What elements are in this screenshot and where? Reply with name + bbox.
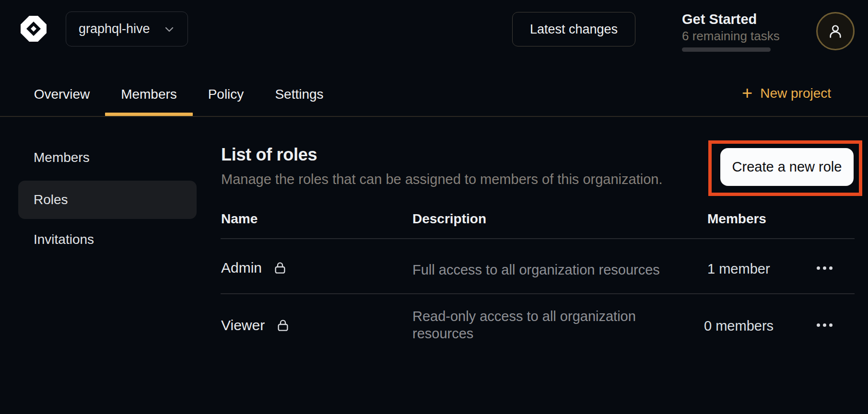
role-members-admin: 1 member	[707, 261, 770, 277]
ellipsis-menu-icon[interactable]	[817, 262, 836, 274]
lock-icon	[275, 318, 291, 333]
tab-settings[interactable]: Settings	[259, 77, 340, 116]
create-new-role-button[interactable]: Create a new role	[720, 148, 854, 186]
role-members-viewer: 0 members	[704, 318, 774, 334]
tab-members[interactable]: Members	[105, 77, 193, 116]
org-selector-button[interactable]: graphql-hive	[66, 12, 188, 46]
new-project-label: New project	[760, 86, 831, 101]
column-header-members: Members	[707, 211, 766, 227]
chevron-down-icon	[164, 23, 175, 35]
get-started-progress-bar	[682, 47, 771, 52]
tab-policy-label: Policy	[208, 87, 244, 102]
sidebar-invitations-label: Invitations	[34, 232, 94, 247]
new-project-button[interactable]: + New project	[742, 83, 831, 104]
tab-settings-label: Settings	[275, 87, 323, 102]
sidebar-roles-label: Roles	[34, 192, 68, 207]
column-header-name: Name	[221, 211, 258, 227]
table-row-divider	[221, 293, 855, 294]
get-started-title[interactable]: Get Started	[682, 12, 757, 27]
page-subtitle: Manage the roles that can be assigned to…	[221, 172, 662, 187]
latest-changes-label: Latest changes	[530, 22, 618, 37]
sidebar-item-invitations[interactable]: Invitations	[18, 228, 197, 252]
sidebar-item-members[interactable]: Members	[18, 146, 197, 170]
sidebar-item-roles[interactable]: Roles	[18, 181, 197, 219]
lock-icon	[272, 260, 288, 276]
table-row-viewer-name: Viewer	[221, 316, 291, 334]
column-header-description: Description	[412, 211, 486, 227]
tab-overview[interactable]: Overview	[19, 77, 105, 116]
active-tab-underline	[105, 113, 193, 116]
get-started-remaining-tasks: 6 remaining tasks	[682, 29, 780, 44]
sidebar-members-label: Members	[34, 150, 90, 165]
create-new-role-label: Create a new role	[732, 159, 842, 175]
org-name: graphql-hive	[79, 22, 150, 36]
user-icon	[826, 22, 845, 40]
app-window: graphql-hive Latest changes Get Started …	[0, 0, 868, 414]
role-description-viewer: Read-only access to all organization res…	[412, 308, 662, 342]
ellipsis-menu-icon[interactable]	[817, 319, 836, 331]
tab-overview-label: Overview	[34, 87, 90, 102]
tab-policy[interactable]: Policy	[193, 77, 259, 116]
hive-logo	[18, 13, 49, 44]
role-description-admin: Full access to all organization resource…	[412, 261, 660, 278]
role-name-viewer: Viewer	[221, 317, 265, 334]
user-avatar-button[interactable]	[816, 12, 855, 50]
table-row-admin-name: Admin	[221, 259, 288, 277]
plus-icon: +	[742, 84, 752, 102]
role-name-admin: Admin	[221, 260, 262, 276]
latest-changes-button[interactable]: Latest changes	[512, 12, 635, 46]
table-header-divider	[221, 238, 855, 239]
tabbar-divider	[0, 116, 868, 117]
tab-members-label: Members	[121, 87, 177, 102]
page-title: List of roles	[221, 145, 317, 165]
